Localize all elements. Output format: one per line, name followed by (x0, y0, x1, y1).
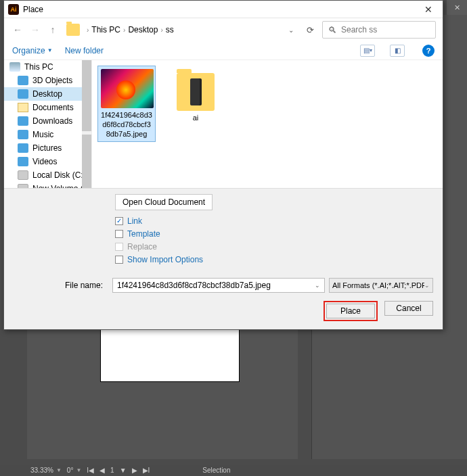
search-placeholder: Search ss (341, 25, 377, 34)
nav-next-icon[interactable]: ▶ (132, 467, 137, 474)
open-cloud-document-button[interactable]: Open Cloud Document (115, 194, 213, 210)
place-options: Open Cloud Document Link Template Replac… (4, 188, 443, 274)
file-label: 1f4241964c8d3d6f8cd78cbcf38db7a5.jpeg (101, 111, 152, 139)
link-checkbox[interactable] (115, 217, 123, 225)
tree-item[interactable]: New Volume (D: (4, 182, 91, 188)
tree-scrollbar[interactable] (82, 60, 91, 188)
template-label[interactable]: Template (127, 229, 160, 239)
breadcrumb-segment[interactable]: ss (166, 25, 174, 34)
folder-icon (177, 73, 215, 111)
chevron-down-icon: ⌄ (424, 282, 430, 289)
tree-item[interactable]: Music (4, 128, 91, 141)
scrollbar-thumb[interactable] (82, 135, 91, 188)
breadcrumb-segment[interactable]: Desktop (128, 25, 158, 34)
file-type-filter[interactable]: All Formats (*.AI;*.AIT;*.PDF;*.D ⌄ (329, 278, 433, 293)
view-options-icon[interactable]: ▤ ▾ (360, 45, 375, 57)
new-folder-button[interactable]: New folder (65, 46, 104, 55)
chevron-down-icon: ▼ (47, 47, 53, 53)
search-icon: 🔍︎ (328, 25, 337, 35)
chevron-down-icon[interactable]: ⌄ (315, 282, 320, 289)
file-item-selected[interactable]: 1f4241964c8d3d6f8cd78cbcf38db7a5.jpeg (97, 66, 156, 142)
address-bar-row: ← → ↑ › This PC › Desktop › ss ⌄ ⟳ 🔍︎ Se… (4, 18, 443, 41)
page-number[interactable]: 1 (110, 467, 114, 474)
folder-icon (66, 24, 80, 36)
nav-last-icon[interactable]: ▶I (143, 467, 150, 474)
tree-item[interactable]: Local Disk (C:) (4, 168, 91, 182)
dialog-toolbar: Organize ▼ New folder ▤ ▾ ◧ ? (4, 41, 443, 60)
breadcrumb[interactable]: › This PC › Desktop › ss (87, 25, 174, 34)
dialog-title: Place (23, 5, 43, 14)
disk-icon (18, 184, 28, 188)
rotation[interactable]: 0° ▼ (67, 467, 81, 474)
nav-prev-icon[interactable]: ◀ (99, 467, 105, 474)
nav-first-icon[interactable]: I◀ (87, 467, 94, 474)
tree-item[interactable]: 3D Objects (4, 74, 91, 87)
chevron-down-icon: ▼ (76, 467, 81, 473)
filename-input[interactable]: 1f4241964c8d3d6f8cd78cbcf38db7a5.jpeg ⌄ (112, 278, 325, 293)
illustrator-icon: Ai (8, 4, 19, 15)
search-input[interactable]: 🔍︎ Search ss (322, 21, 436, 39)
replace-checkbox (115, 243, 123, 251)
folder-icon (18, 116, 28, 126)
disk-icon (18, 170, 28, 180)
tree-item[interactable]: Videos (4, 155, 91, 168)
back-icon[interactable]: ← (11, 23, 24, 37)
chevron-down-icon[interactable]: ▼ (120, 467, 127, 474)
filename-row: File name: 1f4241964c8d3d6f8cd78cbcf38db… (4, 274, 443, 297)
close-icon[interactable]: ✕ (418, 3, 439, 16)
tree-item[interactable]: Documents (4, 101, 91, 114)
chevron-down-icon: ▼ (56, 467, 62, 473)
organize-menu[interactable]: Organize ▼ (12, 46, 53, 55)
refresh-icon[interactable]: ⟳ (302, 25, 318, 35)
help-icon[interactable]: ? (422, 45, 435, 57)
host-close-icon[interactable]: ✕ (447, 0, 467, 15)
breadcrumb-segment[interactable]: This PC (91, 25, 120, 34)
tree-item-this-pc[interactable]: This PC (4, 60, 91, 74)
folder-icon (18, 103, 28, 112)
folder-icon (18, 143, 28, 153)
folder-icon (18, 89, 28, 99)
show-import-options-checkbox[interactable] (115, 256, 123, 264)
replace-label: Replace (127, 242, 157, 252)
chevron-right-icon: › (87, 26, 89, 34)
cancel-button[interactable]: Cancel (384, 301, 433, 316)
file-list[interactable]: 1f4241964c8d3d6f8cd78cbcf38db7a5.jpeg ai (92, 60, 443, 188)
file-label: ai (170, 114, 221, 123)
chevron-right-icon: › (123, 26, 125, 34)
zoom-level[interactable]: 33.33% ▼ (30, 467, 62, 474)
image-thumbnail (101, 69, 154, 108)
template-checkbox[interactable] (115, 230, 123, 238)
status-bar: 33.33% ▼ 0° ▼ I◀ ◀ 1 ▼ ▶ ▶I Selection (0, 465, 467, 476)
place-dialog: Ai Place ✕ ← → ↑ › This PC › Desktop › s… (3, 0, 443, 330)
address-dropdown-icon[interactable]: ⌄ (284, 26, 298, 34)
place-button[interactable]: Place (326, 304, 375, 318)
scrollbar-thumb[interactable] (82, 60, 91, 131)
dialog-titlebar: Ai Place ✕ (4, 1, 443, 18)
forward-icon[interactable]: → (28, 23, 42, 37)
chevron-right-icon: › (160, 26, 162, 34)
tree-item-desktop[interactable]: Desktop (4, 87, 91, 101)
filename-label: File name: (14, 281, 108, 290)
preview-pane-icon[interactable]: ◧ (390, 45, 405, 57)
folder-icon (18, 76, 28, 85)
link-label[interactable]: Link (127, 216, 142, 226)
folder-icon (18, 130, 28, 139)
folder-icon (18, 157, 28, 166)
navigation-tree[interactable]: This PC 3D Objects Desktop Documents Dow… (4, 60, 92, 188)
up-icon[interactable]: ↑ (46, 23, 60, 37)
tree-item[interactable]: Downloads (4, 114, 91, 128)
file-item-folder[interactable]: ai (166, 66, 225, 126)
pc-icon (9, 62, 20, 72)
status-mode: Selection (202, 467, 230, 474)
place-button-highlight: Place (324, 301, 378, 321)
show-import-options-label[interactable]: Show Import Options (127, 255, 203, 264)
dialog-buttons: Place Cancel (4, 297, 443, 329)
tree-item[interactable]: Pictures (4, 141, 91, 155)
